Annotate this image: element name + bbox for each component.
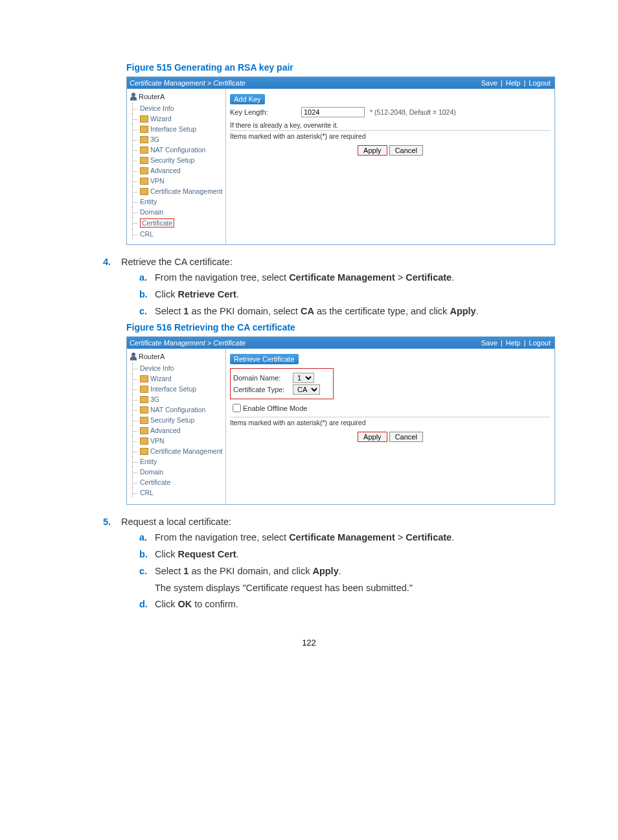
tree-certificate[interactable]: Certificate (128, 217, 224, 229)
tree-cert-mgmt[interactable]: Certificate Management (128, 186, 224, 196)
tree-3g[interactable]: 3G (128, 134, 224, 145)
logout-link[interactable]: Logout (529, 79, 551, 87)
save-link[interactable]: Save (481, 339, 498, 347)
tree-nat-config[interactable]: NAT Configuration (128, 404, 224, 415)
folder-icon (140, 427, 148, 434)
folder-icon (140, 375, 148, 382)
key-length-label: Key Length: (230, 108, 301, 116)
main-panel: Add Key Key Length: * (512-2048, Default… (226, 89, 555, 244)
tree-vpn[interactable]: VPN (128, 436, 224, 446)
figure-515-frame: Certificate Management > Certificate Sav… (126, 76, 555, 245)
tree-interface-setup[interactable]: Interface Setup (128, 384, 224, 394)
folder-icon (140, 146, 148, 154)
tree-nat-config[interactable]: NAT Configuration (128, 145, 224, 155)
folder-icon (140, 448, 148, 455)
tree-vpn[interactable]: VPN (128, 176, 224, 186)
main-panel: Retrieve Certificate Domain Name: 1 Cert… (226, 349, 555, 504)
top-links: Save | Help | Logout (480, 79, 552, 87)
help-link[interactable]: Help (506, 79, 521, 87)
folder-icon (140, 438, 148, 445)
tree-device-info[interactable]: Device Info (128, 103, 224, 113)
tree-security-setup[interactable]: Security Setup (128, 155, 224, 165)
breadcrumb: Certificate Management > Certificate (130, 79, 246, 87)
tree-interface-setup[interactable]: Interface Setup (128, 124, 224, 134)
top-links: Save | Help | Logout (480, 339, 552, 347)
folder-icon (140, 136, 148, 143)
folder-icon (140, 115, 148, 122)
step-5b: b. Click Request Cert. (139, 548, 556, 562)
folder-icon (140, 406, 148, 414)
add-key-header: Add Key (230, 94, 265, 104)
tree-entity[interactable]: Entity (128, 456, 224, 467)
step-5: 5. Request a local certificate: (103, 517, 556, 527)
step-5a: a. From the navigation tree, select Cert… (139, 531, 556, 545)
nav-tree: RouterA Device Info Wizard Interface Set… (127, 89, 226, 244)
user-icon (130, 353, 137, 360)
cancel-button[interactable]: Cancel (389, 145, 423, 156)
tree-device-info[interactable]: Device Info (128, 363, 224, 373)
tree-advanced[interactable]: Advanced (128, 165, 224, 176)
tree-crl[interactable]: CRL (128, 229, 224, 239)
domain-name-label: Domain Name: (233, 374, 293, 382)
folder-icon (140, 188, 148, 195)
nav-tree: RouterA Device Info Wizard Interface Set… (127, 349, 226, 504)
folder-icon (140, 126, 148, 133)
step-4a: a. From the navigation tree, select Cert… (139, 271, 556, 285)
figure-516-frame: Certificate Management > Certificate Sav… (126, 336, 555, 505)
tree-cert-mgmt[interactable]: Certificate Management (128, 446, 224, 456)
cert-type-select[interactable]: CA (293, 384, 320, 395)
required-note: Items marked with an asterisk(*) are req… (230, 417, 551, 428)
folder-icon (140, 157, 148, 164)
apply-button[interactable]: Apply (358, 145, 387, 156)
step-4c: c. Select 1 as the PKI domain, select CA… (139, 305, 556, 319)
app-titlebar: Certificate Management > Certificate Sav… (127, 337, 555, 349)
folder-icon (140, 386, 148, 393)
breadcrumb: Certificate Management > Certificate (130, 339, 246, 347)
required-note: Items marked with an asterisk(*) are req… (230, 131, 551, 141)
enable-offline-label: Enable Offline Mode (243, 404, 307, 412)
apply-button[interactable]: Apply (358, 432, 387, 442)
save-link[interactable]: Save (481, 79, 498, 87)
tree-crl[interactable]: CRL (128, 487, 224, 498)
help-link[interactable]: Help (506, 339, 521, 347)
tree-entity[interactable]: Entity (128, 196, 224, 207)
tree-domain[interactable]: Domain (128, 207, 224, 217)
step-5d: d. Click OK to confirm. (139, 598, 556, 612)
tree-security-setup[interactable]: Security Setup (128, 415, 224, 425)
tree-root[interactable]: RouterA (130, 93, 224, 100)
user-icon (130, 93, 137, 100)
figure-516-title: Figure 516 Retrieving the CA certificate (126, 322, 556, 332)
tree-wizard[interactable]: Wizard (128, 373, 224, 384)
app-titlebar: Certificate Management > Certificate Sav… (127, 77, 555, 89)
step-4: 4. Retrieve the CA certificate: (103, 257, 556, 267)
folder-icon (140, 167, 148, 174)
cert-type-label: Certificate Type: (233, 386, 293, 393)
step-5c-followup: The system displays "Certificate request… (155, 581, 556, 596)
figure-515-title: Figure 515 Generating an RSA key pair (126, 62, 556, 73)
tree-certificate-highlight: Certificate (140, 218, 174, 228)
folder-icon (140, 396, 148, 403)
retrieve-cert-header: Retrieve Certificate (230, 354, 299, 364)
tree-wizard[interactable]: Wizard (128, 113, 224, 124)
page-number: 122 (62, 638, 556, 648)
tree-certificate[interactable]: Certificate (128, 477, 224, 487)
tree-3g[interactable]: 3G (128, 394, 224, 404)
tree-advanced[interactable]: Advanced (128, 425, 224, 436)
enable-offline-checkbox[interactable] (233, 404, 241, 412)
folder-icon (140, 417, 148, 424)
step-5c: c. Select 1 as the PKI domain, and click… (139, 565, 556, 579)
folder-icon (140, 178, 148, 185)
overwrite-note: If there is already a key, overwrite it. (230, 120, 551, 131)
domain-name-select[interactable]: 1 (293, 373, 314, 383)
tree-root[interactable]: RouterA (130, 353, 224, 360)
tree-domain[interactable]: Domain (128, 467, 224, 477)
step-4b: b. Click Retrieve Cert. (139, 288, 556, 302)
cancel-button[interactable]: Cancel (389, 432, 423, 442)
key-length-input[interactable] (301, 107, 365, 117)
key-length-hint: * (512-2048, Default = 1024) (370, 108, 456, 116)
logout-link[interactable]: Logout (529, 339, 551, 347)
